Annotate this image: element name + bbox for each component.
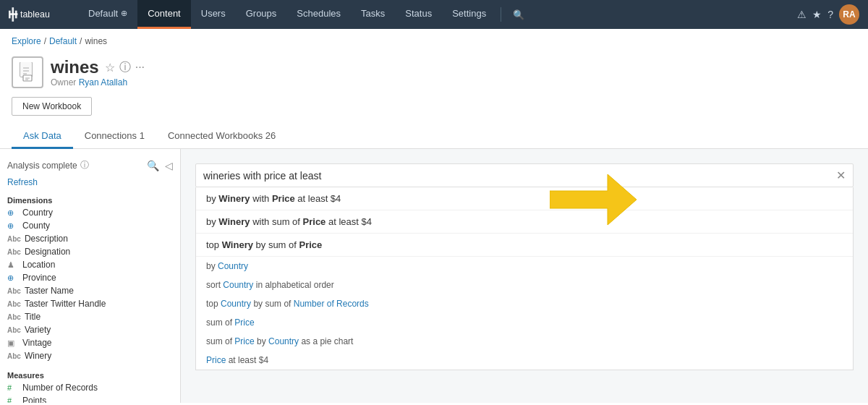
breadcrumb-default[interactable]: Default — [49, 36, 77, 46]
secondary-suggestion-3[interactable]: top Country by sum of Number of Records — [196, 294, 853, 313]
measures-list: #Number of Records#Points — [0, 381, 180, 403]
search-clear-icon[interactable]: ✕ — [830, 169, 846, 182]
suggestions-list: by Winery with Price at least $4 by Wine… — [195, 187, 854, 370]
alert-icon[interactable]: ⚠ — [797, 9, 807, 20]
sidebar: Analysis complete ⓘ 🔍 ◁ Refresh Dimensio… — [0, 149, 181, 403]
nav-item-status[interactable]: Status — [395, 0, 442, 29]
page-title-area: wines ☆ ⓘ ··· Owner Ryan Atallah — [51, 57, 145, 88]
nav-item-default[interactable]: Default ⊕ — [78, 0, 137, 29]
sidebar-toolbar-left: Analysis complete ⓘ — [7, 159, 89, 171]
nav-search[interactable]: 🔍 — [506, 9, 532, 20]
logo[interactable]: tableau — [9, 7, 67, 22]
page-title: wines — [51, 57, 99, 77]
owner-link[interactable]: Ryan Atallah — [79, 77, 127, 88]
ask-data-search-input[interactable] — [203, 170, 830, 182]
measure-item[interactable]: #Number of Records — [0, 381, 180, 394]
dimension-item[interactable]: ▣Vintage — [0, 336, 180, 349]
nav-items: Default ⊕ Content Users Groups Schedules… — [78, 0, 797, 29]
analysis-complete: Analysis complete ⓘ — [7, 159, 89, 171]
dimension-item[interactable]: AbcWinery — [0, 349, 180, 362]
dimensions-header: Dimensions — [0, 192, 180, 206]
datasource-icon — [12, 56, 43, 88]
nav-right: ⚠ ★ ? RA — [797, 4, 859, 25]
tab-bar: Ask Data Connections 1 Connected Workboo… — [0, 124, 868, 149]
dimension-item[interactable]: ⊕County — [0, 219, 180, 232]
secondary-suggestion-2[interactable]: sort Country in alphabetical order — [196, 276, 853, 294]
dimension-item[interactable]: AbcTaster Name — [0, 284, 180, 297]
favorite-icon[interactable]: ☆ — [105, 61, 115, 74]
user-avatar[interactable]: RA — [839, 4, 859, 25]
dimension-item[interactable]: ♟Location — [0, 258, 180, 271]
nav-divider — [501, 7, 501, 22]
search-sidebar-icon[interactable]: 🔍 — [147, 160, 159, 171]
secondary-suggestion-5[interactable]: sum of Price by Country as a pie chart — [196, 332, 853, 351]
action-bar: New Workbook — [0, 97, 868, 124]
nav-item-users[interactable]: Users — [191, 0, 236, 29]
dimension-item[interactable]: AbcDesignation — [0, 245, 180, 258]
nav-item-content[interactable]: Content — [137, 0, 191, 29]
refresh-link[interactable]: Refresh — [0, 177, 180, 192]
main-content: Analysis complete ⓘ 🔍 ◁ Refresh Dimensio… — [0, 149, 868, 403]
suggestion-item-2[interactable]: by Winery with sum of Price at least $4 — [196, 210, 853, 234]
analysis-info-icon[interactable]: ⓘ — [80, 159, 89, 171]
collapse-sidebar-icon[interactable]: ◁ — [165, 160, 173, 171]
more-options-icon[interactable]: ··· — [135, 61, 145, 74]
suggestion-item-3[interactable]: top Winery by sum of Price — [196, 234, 853, 257]
tab-ask-data[interactable]: Ask Data — [12, 124, 73, 149]
breadcrumb: Explore / Default / wines — [0, 29, 868, 54]
dimension-item[interactable]: AbcDescription — [0, 232, 180, 245]
page-title-actions: ☆ ⓘ ··· — [105, 60, 145, 75]
secondary-suggestion-1[interactable]: by Country — [196, 257, 853, 276]
measures-header: Measures — [0, 367, 180, 381]
dimension-item[interactable]: AbcTitle — [0, 310, 180, 323]
nav-item-groups[interactable]: Groups — [236, 0, 287, 29]
measure-item[interactable]: #Points — [0, 394, 180, 403]
dimensions-list: ⊕Country⊕CountyAbcDescriptionAbcDesignat… — [0, 206, 180, 362]
help-icon[interactable]: ? — [827, 9, 833, 20]
ask-data-search-container: ✕ — [195, 163, 854, 187]
dimension-item[interactable]: AbcTaster Twitter Handle — [0, 297, 180, 310]
nav-item-settings[interactable]: Settings — [442, 0, 496, 29]
nav-item-schedules[interactable]: Schedules — [286, 0, 351, 29]
dimension-item[interactable]: ⊕Country — [0, 206, 180, 219]
tab-connected-workbooks[interactable]: Connected Workbooks 26 — [156, 124, 287, 149]
svg-text:tableau: tableau — [20, 9, 50, 20]
top-navigation: tableau Default ⊕ Content Users Groups S… — [0, 0, 868, 29]
suggestion-item-1[interactable]: by Winery with Price at least $4 — [196, 187, 853, 210]
svg-rect-3 — [10, 13, 18, 15]
new-workbook-button[interactable]: New Workbook — [12, 97, 92, 116]
star-icon[interactable]: ★ — [812, 9, 822, 20]
page-header: wines ☆ ⓘ ··· Owner Ryan Atallah — [0, 54, 868, 97]
sidebar-icons: 🔍 ◁ — [147, 160, 173, 171]
breadcrumb-current: wines — [85, 36, 107, 46]
page-title-row: wines ☆ ⓘ ··· — [51, 57, 145, 77]
dimension-item[interactable]: ⊕Province — [0, 271, 180, 284]
sidebar-toolbar: Analysis complete ⓘ 🔍 ◁ — [0, 156, 180, 177]
page-owner: Owner Ryan Atallah — [51, 77, 145, 88]
info-icon[interactable]: ⓘ — [119, 60, 131, 75]
nav-item-tasks[interactable]: Tasks — [351, 0, 395, 29]
svg-rect-6 — [20, 62, 32, 77]
secondary-suggestion-4[interactable]: sum of Price — [196, 313, 853, 332]
tab-connections[interactable]: Connections 1 — [73, 124, 156, 149]
breadcrumb-explore[interactable]: Explore — [12, 36, 41, 46]
secondary-suggestion-6[interactable]: Price at least $4 — [196, 351, 853, 370]
ask-data-area: ✕ by Winery with Price at least $4 by Wi… — [181, 149, 868, 403]
dimension-item[interactable]: AbcVariety — [0, 323, 180, 336]
